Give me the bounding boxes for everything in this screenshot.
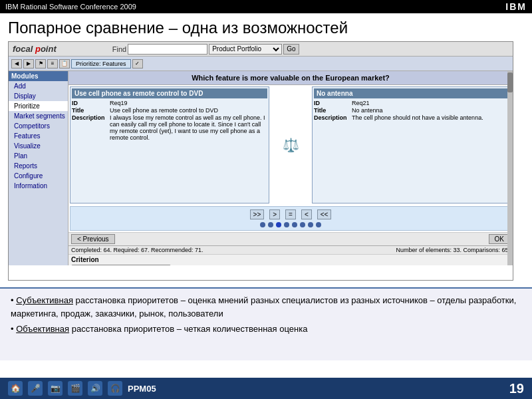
fp-toolbar-row: ◀ ▶ ⚑ ≡ 📋 Prioritize: Features ✓ (9, 57, 513, 71)
scale-dots (73, 222, 508, 227)
dot-3 (276, 222, 281, 227)
criterion-area: Criterion Value European market (public)… (68, 254, 513, 265)
bottom-bar-label: PPM05 (128, 384, 156, 394)
dot-5 (292, 222, 297, 227)
bottom-icons: 🏠 🎤 📷 🎬 🔊 🎧 PPM05 (8, 381, 156, 396)
subjective-text: расстановка приоритетов – оценка мнений … (11, 295, 516, 319)
top-bar: IBM Rational Software Conference 2009 IB… (0, 0, 532, 13)
item-left-header: Use cell phone as remote control to DVD (72, 88, 267, 98)
item-right-id-label: ID (314, 100, 350, 106)
find-label: Find (112, 45, 126, 53)
icon-mic[interactable]: 🎤 (28, 381, 43, 396)
item-left-title-row: Title Use cell phone as remote control t… (72, 107, 267, 114)
item-left-desc-row: Description I always lose my remote cont… (72, 114, 267, 141)
item-right-title-label: Title (314, 107, 350, 114)
prev-button[interactable]: < Previous (71, 234, 115, 244)
scrollbar-thumb[interactable] (507, 72, 513, 92)
subjective-label: Субъективная (16, 295, 73, 305)
item-left-desc-value: I always lose my remote control as well … (110, 114, 267, 141)
bullet-item-2: Объективная расстановка приоритетов – че… (11, 323, 521, 336)
sidebar-item-plan[interactable]: Plan (9, 151, 68, 161)
objective-label: Объективная (16, 324, 69, 334)
dot-2 (268, 222, 273, 227)
item-right-id-row: ID Req21 (314, 100, 509, 106)
main-content: focal point Find Product Portfolio Go ◀ … (0, 41, 532, 287)
prioritize-button[interactable]: Prioritize: Features (71, 59, 131, 68)
sidebar-item-add[interactable]: Add (9, 81, 68, 91)
sidebar-item-prioritize[interactable]: Prioritize (9, 101, 68, 111)
dot-7 (308, 222, 313, 227)
criterion-select[interactable]: Value European market (public) Value US … (71, 265, 171, 265)
sidebar-item-visualize[interactable]: Visualize (9, 141, 68, 151)
product-select[interactable]: Product Portfolio (209, 44, 282, 55)
item-left-id-label: ID (72, 100, 108, 106)
item-right-id-value: Req21 (352, 100, 509, 106)
item-left-desc-label: Description (72, 114, 108, 141)
sidebar-item-market-segments[interactable]: Market segments (9, 111, 68, 121)
scale-btn-equal[interactable]: = (285, 209, 296, 219)
scale-btn-much-less[interactable]: << (317, 209, 332, 219)
sidebar-section-modules: Modules (9, 71, 68, 81)
sidebar-item-information[interactable]: Information (9, 181, 68, 191)
dot-1 (260, 222, 265, 227)
toolbar-icon-2[interactable]: ▶ (23, 59, 34, 68)
item-left-title-label: Title (72, 107, 108, 114)
sidebar-item-features[interactable]: Features (9, 131, 68, 141)
navigation-row: < Previous OK (68, 232, 513, 245)
bullet-item-1: Субъективная расстановка приоритетов – о… (11, 294, 521, 320)
icon-camera[interactable]: 📷 (48, 381, 63, 396)
item-right-desc-label: Description (314, 114, 350, 121)
item-left-id-row: ID Req19 (72, 100, 267, 106)
icon-home[interactable]: 🏠 (8, 381, 23, 396)
scale-btn-more[interactable]: > (269, 209, 280, 219)
sidebar-item-configure[interactable]: Configure (9, 171, 68, 181)
item-right-title-row: Title No antenna (314, 107, 509, 114)
bottom-text-area: Субъективная расстановка приоритетов – о… (0, 287, 532, 360)
criterion-row: Value European market (public) Value US … (71, 265, 510, 265)
status-text: Completed: 64. Required: 67. Recommended… (71, 247, 203, 253)
icon-video[interactable]: 🎬 (68, 381, 82, 396)
go-button[interactable]: Go (283, 44, 299, 55)
item-card-left: Use cell phone as remote control to DVD … (70, 86, 269, 203)
fp-main-panel: Which feature is more valuable on the Eu… (68, 71, 513, 265)
item-left-id-value: Req19 (110, 100, 267, 106)
toolbar-icon-6[interactable]: ✓ (132, 59, 143, 68)
scale-icon-area: ⚖️ (271, 86, 311, 203)
fp-sidebar: Modules Add Display Prioritize Market se… (9, 71, 68, 265)
find-input[interactable] (128, 44, 207, 55)
dot-8 (316, 222, 321, 227)
criterion-label: Criterion (71, 256, 510, 263)
toolbar-icon-1[interactable]: ◀ (11, 59, 22, 68)
sidebar-item-competitors[interactable]: Competitors (9, 121, 68, 131)
fp-body: Modules Add Display Prioritize Market se… (9, 71, 513, 265)
scrollbar[interactable] (507, 71, 513, 265)
fp-logo: focal point (13, 44, 57, 54)
toolbar-icon-3[interactable]: ⚑ (35, 59, 46, 68)
bullet-list: Субъективная расстановка приоритетов – о… (11, 294, 521, 336)
comparison-area: Use cell phone as remote control to DVD … (68, 85, 513, 205)
item-right-title-value: No antenna (352, 107, 509, 114)
status-bar: Completed: 64. Required: 67. Recommended… (68, 245, 513, 254)
sidebar-item-display[interactable]: Display (9, 91, 68, 101)
icon-sound[interactable]: 🔊 (88, 381, 102, 396)
scale-btn-much-more[interactable]: >> (250, 209, 265, 219)
ibm-logo: IBM (505, 1, 527, 12)
slide-title: Попарное сравнение – одна из возможносте… (0, 13, 532, 41)
scale-area: >> > = < << (70, 206, 511, 231)
icon-headphone[interactable]: 🎧 (108, 381, 122, 396)
toolbar-icon-5[interactable]: 📋 (59, 59, 70, 68)
bottom-bar: 🏠 🎤 📷 🎬 🔊 🎧 PPM05 19 (0, 378, 532, 399)
fp-header: focal point Find Product Portfolio Go (9, 42, 513, 57)
sidebar-item-reports[interactable]: Reports (9, 161, 68, 171)
dot-4 (284, 222, 289, 227)
item-card-right: No antenna ID Req21 Title No antenna Des… (312, 86, 511, 203)
dot-6 (300, 222, 305, 227)
scale-buttons: >> > = < << (73, 209, 508, 219)
slide-number: 19 (509, 381, 524, 396)
toolbar-icon-4[interactable]: ≡ (47, 59, 58, 68)
elements-info: Number of elements: 33. Comparisons: 65. (396, 247, 510, 253)
conference-title: IBM Rational Software Conference 2009 (5, 3, 136, 11)
focal-point-screenshot: focal point Find Product Portfolio Go ◀ … (8, 41, 513, 281)
scale-btn-less[interactable]: < (301, 209, 312, 219)
objective-text: расстановка приоритетов – четкая количес… (69, 324, 307, 334)
